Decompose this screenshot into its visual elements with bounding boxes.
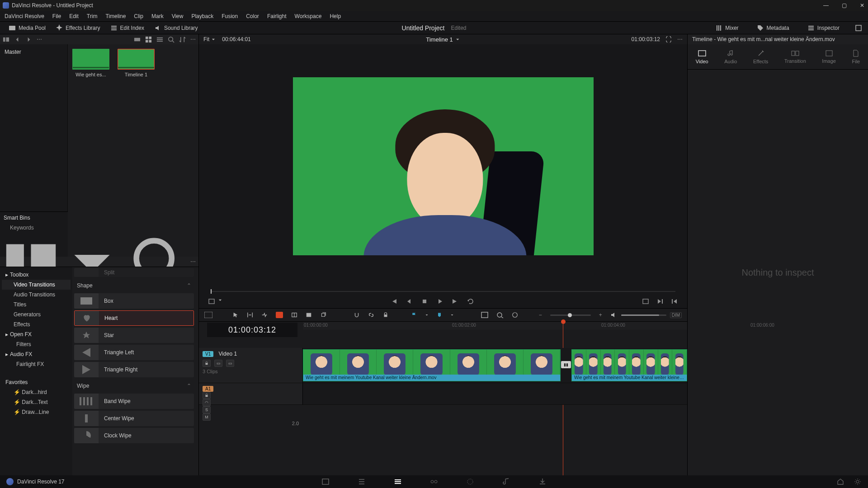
cut-page-icon[interactable] [358,478,366,486]
solo-button[interactable]: S [203,406,211,413]
speaker-icon[interactable] [610,312,618,318]
inspector-tab-transition[interactable]: Transition [784,50,806,64]
marker-icon[interactable] [437,312,442,318]
timeline-clip[interactable]: Wie geht es mit meinem Youtube Kanal wei… [571,349,687,381]
zoom-out-button[interactable]: − [539,312,542,318]
zoom-fit-icon[interactable] [481,312,488,318]
fx-item-clock-wipe[interactable]: Clock Wipe [74,428,194,443]
inspector-tab-effects[interactable]: Effects [753,50,768,64]
trim-icon[interactable] [247,312,253,318]
fx-group-shape[interactable]: Shape⌃ [74,279,194,291]
fx-item-box[interactable]: Box [74,293,194,309]
fx-cat-filters[interactable]: Filters [2,339,71,349]
media-page-icon[interactable] [321,478,330,486]
go-start-icon[interactable] [671,298,678,305]
master-bin[interactable]: Master [4,47,64,57]
prev-clip-icon[interactable] [390,298,397,305]
flag-icon[interactable] [411,312,417,318]
sort-icon[interactable] [179,36,186,43]
link-icon[interactable] [368,312,374,318]
fx-item-triangle-left[interactable]: Triangle Left [74,345,194,360]
inspector-tab-image[interactable]: Image [822,50,836,64]
go-end-icon[interactable] [656,298,664,305]
search-icon[interactable] [168,36,175,43]
project-settings-icon[interactable] [854,478,862,486]
fx-cat-titles[interactable]: Titles [2,300,71,310]
clip-thumb[interactable]: Wie geht es... [72,49,109,77]
keywords-bin[interactable]: Keywords [4,225,64,231]
fx-cat-fairlightfx[interactable]: Fairlight FX [2,359,71,369]
menu-help[interactable]: Help [330,13,341,19]
chevron-left-icon[interactable] [14,36,21,43]
minimize-button[interactable]: — [823,2,829,9]
pointer-icon[interactable] [232,312,239,318]
menu-playback[interactable]: Playback [191,13,213,19]
track-header-v1[interactable]: V1 Video 1 ▭ ▭ 3 Clips [199,348,303,383]
fx-cat-audiofx[interactable]: ▸ Audio FX [2,349,71,359]
track-auto-select-icon[interactable]: ▭ [214,360,222,367]
clip-thumb[interactable]: Timeline 1 [118,49,155,77]
insert-icon[interactable] [291,312,297,318]
maximize-button[interactable]: ▢ [841,2,847,9]
viewer-menu-button[interactable]: ⋯ [677,36,683,42]
fx-item-list[interactable]: Split Shape⌃ Box Heart Star Triangle Lef… [72,267,198,475]
fx-item-band-wipe[interactable]: Band Wipe [74,394,194,409]
toggle-media-pool[interactable]: Media Pool [4,23,51,33]
dynamic-trim-icon[interactable] [261,312,268,318]
track-curve-icon[interactable]: ◠ [203,399,211,406]
toggle-effects-library[interactable]: Effects Library [51,23,105,33]
toggle-mixer[interactable]: Mixer [710,23,743,33]
bin-tree[interactable]: Master [0,44,68,211]
fx-cat-generators[interactable]: Generators [2,310,71,319]
blade-icon[interactable] [276,312,283,318]
zoom-slider[interactable] [550,314,591,316]
fusion-page-icon[interactable] [430,478,438,486]
close-button[interactable]: ✕ [859,2,865,9]
step-back-icon[interactable] [406,298,413,305]
chevron-right-icon[interactable] [25,36,32,43]
toggle-metadata[interactable]: Metadata [752,23,794,33]
custom-zoom-icon[interactable] [512,312,518,318]
zoom-fit[interactable]: Fit [203,36,209,42]
inspector-tab-video[interactable]: Video [696,50,708,64]
fx-cat-audio-transitions[interactable]: Audio Transitions [2,290,71,300]
program-viewer[interactable] [199,44,687,288]
chevron-down-icon[interactable] [456,37,460,42]
track-lock-icon[interactable] [203,392,211,399]
timeline-view-options-icon[interactable] [204,312,212,318]
zoom-in-button[interactable]: + [599,312,602,318]
volume-slider[interactable] [621,314,666,316]
pool-layout-icon[interactable] [3,36,9,43]
menu-davinci[interactable]: DaVinci Resolve [5,13,44,19]
timeline-name[interactable]: Timeline 1 [426,36,453,43]
chevron-down-icon[interactable] [218,298,222,302]
fx-favorite-item[interactable]: ⚡ Dark...Text [2,397,71,407]
chevron-down-icon[interactable] [425,313,429,317]
menu-trim[interactable]: Trim [87,13,98,19]
menu-mark[interactable]: Mark [151,13,164,19]
expand-panel-button[interactable] [853,23,864,33]
menu-file[interactable]: File [52,13,61,19]
replace-icon[interactable] [320,312,326,318]
zoom-detail-icon[interactable] [496,312,504,318]
transition-handle[interactable]: ▮▮ [561,361,571,368]
overwrite-icon[interactable] [306,312,312,318]
fx-favorite-item[interactable]: ⚡ Dark...hird [2,387,71,397]
fx-favorite-item[interactable]: ⚡ Draw...Line [2,407,71,417]
fx-cat-effects[interactable]: Effects [2,319,71,329]
pool-menu-button[interactable]: ⋯ [190,36,196,42]
toggle-inspector[interactable]: Inspector [802,23,844,33]
fx-cat-video-transitions[interactable]: Video Transitions [2,280,71,290]
fairlight-page-icon[interactable] [502,478,510,486]
next-clip-icon[interactable] [452,298,459,305]
chevron-down-icon[interactable] [450,313,454,317]
timeline-clip[interactable]: Wie geht es mit meinem Youtube Kanal wei… [303,349,561,381]
track-disable-icon[interactable]: ▭ [226,360,234,367]
mark-in-out-icon[interactable] [208,298,215,305]
strip-view-icon[interactable] [134,36,141,43]
stop-icon[interactable] [421,298,428,305]
fx-item-center-wipe[interactable]: Center Wipe [74,411,194,426]
jog-bar[interactable] [211,291,675,292]
jog-playhead[interactable] [211,289,212,294]
mute-button[interactable]: M [203,413,211,421]
